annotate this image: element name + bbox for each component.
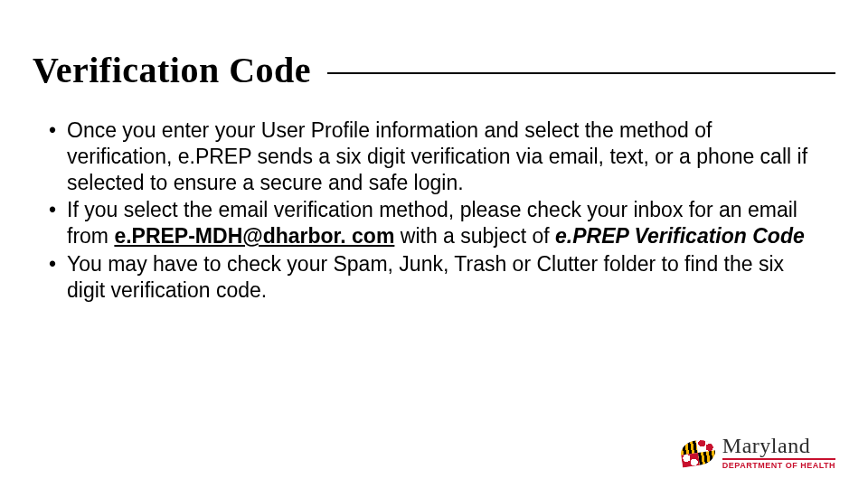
slide-title: Verification Code <box>33 49 327 91</box>
maryland-flag-icon <box>679 437 717 467</box>
slide: Verification Code Once you enter your Us… <box>0 0 868 488</box>
title-row: Verification Code <box>33 49 835 91</box>
maryland-health-logo: Maryland DEPARTMENT OF HEALTH <box>681 435 835 470</box>
bullet-3-text: You may have to check your Spam, Junk, T… <box>67 252 784 302</box>
bullet-3: You may have to check your Spam, Junk, T… <box>49 251 817 304</box>
body-text: Once you enter your User Profile informa… <box>49 117 817 305</box>
logo-sub-text: DEPARTMENT OF HEALTH <box>722 458 835 470</box>
bullet-2-mid: with a subject of <box>394 224 555 248</box>
verification-email-address: e.PREP-MDH@dharbor. com <box>114 224 394 248</box>
logo-text: Maryland DEPARTMENT OF HEALTH <box>722 435 835 470</box>
bullet-2: If you select the email verification met… <box>49 197 817 249</box>
bullet-1-text: Once you enter your User Profile informa… <box>67 118 807 194</box>
title-rule <box>327 72 835 74</box>
logo-main-text: Maryland <box>722 435 835 456</box>
bullet-1: Once you enter your User Profile informa… <box>49 117 817 195</box>
verification-email-subject: e.PREP Verification Code <box>555 224 805 248</box>
